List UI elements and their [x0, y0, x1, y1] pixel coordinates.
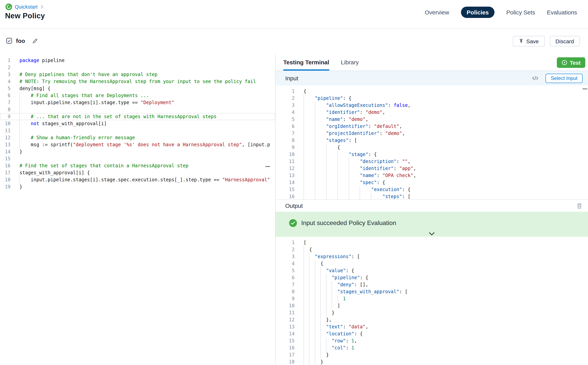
code-line[interactable]: 16"steps": [ [275, 193, 588, 199]
code-line[interactable]: 17stages_with_approval[i] { [0, 169, 275, 176]
page-header: Quickstart New Policy Overview Policies … [0, 0, 588, 29]
output-json-editor[interactable]: 1[2{3"expressions": [4{5"value": {6"pipe… [275, 237, 588, 365]
project-logo-icon [6, 4, 12, 10]
trash-icon[interactable] [576, 203, 582, 209]
code-line[interactable]: 1{ [275, 88, 588, 95]
code-line[interactable]: 18input.pipeline.stages[i].stage.spec.ex… [0, 176, 275, 183]
select-input-button[interactable]: Select Input [546, 73, 582, 83]
line-number: 1 [275, 239, 294, 246]
line-number: 11 [275, 158, 294, 165]
code-line[interactable]: 11 [0, 127, 275, 134]
discard-button[interactable]: Discard [550, 36, 580, 46]
code-line[interactable]: 15 [0, 155, 275, 162]
top-nav: Overview Policies Policy Sets Evaluation… [425, 7, 577, 18]
code-line[interactable]: 4# NOTE: Try removing the HarnessApprova… [0, 78, 275, 85]
line-number: 10 [275, 302, 294, 309]
code-line[interactable]: 91 [275, 295, 588, 302]
line-number: 16 [275, 344, 294, 351]
chevron-down-icon[interactable] [429, 232, 435, 236]
code-line[interactable]: 3# Deny pipelines that don't have an app… [0, 71, 275, 78]
edit-pencil-icon[interactable] [33, 38, 38, 43]
play-circle-icon [562, 60, 567, 65]
line-number: 7 [0, 99, 11, 106]
code-line[interactable]: 16# Find the set of stages that contain … [0, 162, 275, 169]
code-line[interactable]: 12# Show a human-friendly error message [0, 134, 275, 141]
code-line[interactable]: 8 [0, 106, 275, 113]
line-number: 4 [275, 109, 294, 116]
code-line[interactable]: 9{ [275, 144, 588, 151]
code-line[interactable]: 9# ... that are not in the set of stages… [0, 113, 275, 120]
line-number: 9 [275, 295, 294, 302]
code-line[interactable]: 16"col": 1 [275, 344, 588, 351]
input-section-title: Input [285, 75, 298, 82]
code-line[interactable]: 18} [275, 358, 588, 365]
line-number: 6 [0, 92, 11, 99]
code-line[interactable]: 13"text": "data", [275, 323, 588, 330]
tab-library[interactable]: Library [341, 54, 359, 70]
line-number: 7 [275, 281, 294, 288]
line-number: 16 [275, 193, 294, 199]
line-number: 17 [275, 351, 294, 358]
save-button[interactable]: Save [513, 36, 545, 46]
code-line[interactable]: 19} [0, 183, 275, 190]
code-view-icon[interactable] [532, 76, 539, 81]
nav-item-policies[interactable]: Policies [461, 7, 494, 18]
code-line[interactable]: 14} [0, 148, 275, 155]
code-line[interactable]: 14"location": { [275, 330, 588, 337]
line-number: 14 [275, 179, 294, 186]
code-line[interactable]: 11} [275, 309, 588, 316]
code-line[interactable]: 2"pipeline": { [275, 95, 588, 102]
code-line[interactable]: 6"pipeline": { [275, 274, 588, 281]
line-number: 15 [0, 155, 11, 162]
line-number: 6 [275, 123, 294, 130]
line-number: 15 [275, 337, 294, 344]
line-number: 18 [0, 176, 11, 183]
overview-ruler-mark [265, 166, 270, 167]
code-line[interactable]: 12}, [275, 316, 588, 323]
line-number: 5 [275, 267, 294, 274]
code-line[interactable]: 5deny[msg] { [0, 85, 275, 92]
code-line[interactable]: 8"stages_with_approval": [ [275, 288, 588, 295]
code-line[interactable]: 7"projectIdentifier": "demo", [275, 130, 588, 137]
test-button[interactable]: Test [557, 57, 585, 68]
code-line[interactable]: 12"identifier": "app", [275, 165, 588, 172]
code-line[interactable]: 10] [275, 302, 588, 309]
code-line[interactable]: 8"stages": [ [275, 137, 588, 144]
code-line[interactable]: 3"allowStageExecutions": false, [275, 102, 588, 109]
code-line[interactable]: 14"spec": { [275, 179, 588, 186]
code-line[interactable]: 4"identifier": "demo", [275, 109, 588, 116]
code-line[interactable]: 15"execution": { [275, 186, 588, 193]
code-line[interactable]: 1package pipeline [0, 57, 275, 64]
code-line[interactable]: 2 [0, 64, 275, 71]
code-line[interactable]: 7input.pipeline.stages[i].stage.type == … [0, 99, 275, 106]
tab-testing-terminal[interactable]: Testing Terminal [283, 54, 329, 70]
nav-item-evaluations[interactable]: Evaluations [547, 9, 577, 16]
code-line[interactable]: 6"orgIdentifier": "default", [275, 123, 588, 130]
code-line[interactable]: 5"name": "demo", [275, 116, 588, 123]
code-line[interactable]: 10not stages_with_approval[i] [0, 120, 275, 127]
save-label: Save [526, 38, 539, 44]
code-line[interactable]: 11"description": "", [275, 158, 588, 165]
overview-ruler-mark [582, 89, 587, 89]
toolbar-actions: Save Discard [513, 36, 580, 46]
breadcrumb-project-link[interactable]: Quickstart [15, 4, 38, 10]
policy-code-editor[interactable]: 1package pipeline23# Deny pipelines that… [0, 54, 275, 365]
nav-item-policy-sets[interactable]: Policy Sets [506, 9, 535, 16]
code-line[interactable]: 3"expressions": [ [275, 253, 588, 260]
code-line[interactable]: 6# Find all stages that are Deployments … [0, 92, 275, 99]
code-line[interactable]: 5"value": { [275, 267, 588, 274]
input-json-editor[interactable]: 1{2"pipeline": {3"allowStageExecutions":… [275, 85, 588, 199]
code-line[interactable]: 15"row": 1, [275, 337, 588, 344]
code-line[interactable]: 17} [275, 351, 588, 358]
code-line[interactable]: 13msg := sprintf("deployment stage '%s' … [0, 141, 275, 148]
code-line[interactable]: 2{ [275, 246, 588, 253]
line-number: 5 [275, 116, 294, 123]
code-line[interactable]: 10"stage": { [275, 151, 588, 158]
code-line[interactable]: 7"deny": [], [275, 281, 588, 288]
code-line[interactable]: 1[ [275, 239, 588, 246]
line-number: 8 [275, 288, 294, 295]
code-line[interactable]: 13"name": "OPA check", [275, 172, 588, 179]
policy-toolbar: foo Save Discard [0, 29, 588, 54]
nav-item-overview[interactable]: Overview [425, 9, 449, 16]
code-line[interactable]: 4{ [275, 260, 588, 267]
